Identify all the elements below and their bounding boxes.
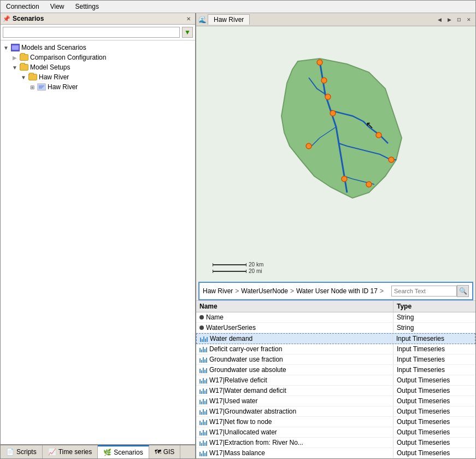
table-row[interactable]: W17|Used waterOutput Timeseries (196, 396, 475, 406)
tree-item-root[interactable]: ▼ Models and Scenarios (1, 43, 195, 53)
search-go-button[interactable]: ▼ (182, 27, 193, 38)
col-name-header: Name (196, 301, 393, 312)
props-cell-name: Water demand (197, 334, 393, 344)
tab-scenarios[interactable]: 🌿 Scenarios (98, 445, 149, 458)
tree-toggle-hawriver-item[interactable]: ⊞ (28, 84, 37, 90)
folder-icon-hawriver (28, 73, 38, 82)
props-header: Name Type (196, 301, 475, 312)
tab-scripts[interactable]: 📄 Scripts (1, 445, 43, 458)
tree-view[interactable]: ▼ Models and Scenarios ▶ Comparison Conf… (1, 40, 195, 444)
scripts-icon: 📄 (6, 448, 14, 456)
root-icon (10, 43, 20, 52)
scale-bar: 20 km 20 mi (213, 262, 263, 274)
svg-point-13 (389, 157, 394, 162)
tree-item-comparison[interactable]: ▶ Comparison Configuration (1, 53, 195, 62)
table-row[interactable]: W17|Groundwater abstractionOutput Timese… (196, 406, 475, 417)
props-cell-name: W17|Extraction from: River No... (196, 438, 393, 448)
pin-icon: 📌 (3, 15, 10, 22)
props-name-label: W17|Used water (209, 397, 257, 405)
chart-icon (200, 335, 208, 342)
table-row[interactable]: Deficit carry-over fractionInput Timeser… (196, 344, 475, 355)
menu-connection[interactable]: Connection (3, 2, 43, 11)
props-cell-name: W17|Net flow to node (196, 417, 393, 427)
menu-settings[interactable]: Settings (72, 2, 102, 11)
table-row[interactable]: Water demandInput Timeseries (196, 333, 475, 344)
tab-gis[interactable]: 🗺 GIS (149, 445, 181, 458)
table-row[interactable]: NameString (196, 312, 475, 323)
props-name-label: W17|Groundwater abstraction (209, 408, 296, 415)
nav-back-button[interactable]: ◀ (435, 15, 444, 24)
chart-icon (199, 377, 207, 384)
tab-scripts-label: Scripts (16, 448, 37, 456)
props-rows-container: NameStringWaterUserSeriesStringWater dem… (196, 312, 475, 458)
table-row[interactable]: WaterUserSeriesString (196, 323, 475, 333)
props-name-label: Groundwater use fraction (209, 356, 283, 363)
table-row[interactable]: W17|Unallocated waterOutput Timeseries (196, 427, 475, 438)
properties-table: Name Type NameStringWaterUserSeriesStrin… (196, 300, 475, 458)
right-title-bar: 🌊 Haw River ◀ ▶ ⊡ ✕ (196, 13, 475, 26)
tree-item-modelsetups[interactable]: ▼ Model Setups (1, 62, 195, 72)
props-cell-name: W17|Groundwater abstraction (196, 406, 393, 416)
props-name-label: Groundwater use absolute (209, 366, 286, 374)
props-type-label: Input Timeseries (393, 334, 475, 344)
table-row[interactable]: Groundwater use fractionInput Timeseries (196, 355, 475, 365)
tab-gis-label: GIS (163, 448, 175, 456)
props-name-label: Water demand (210, 335, 252, 342)
right-tab-label[interactable]: Haw River (208, 14, 250, 25)
main-area: 📌 Scenarios ✕ ▼ ▼ Models and Scenarios (1, 13, 475, 458)
item-icon-hawriver (37, 83, 46, 91)
tree-toggle-root[interactable]: ▼ (2, 45, 10, 51)
panel-close-button[interactable]: ✕ (184, 14, 193, 23)
tree-item-hawriver-folder[interactable]: ▼ Haw River (1, 72, 195, 82)
props-name-label: Deficit carry-over fraction (209, 345, 282, 353)
props-cell-name: W17|Mass balance (196, 448, 393, 458)
tab-timeseries[interactable]: 📈 Time series (43, 445, 98, 458)
breadcrumb-sep-2: > (380, 287, 384, 295)
props-name-label: W17|Mass balance (209, 449, 265, 457)
timeseries-icon: 📈 (48, 448, 56, 456)
props-name-label: W17|Extraction from: River No... (209, 439, 303, 446)
tab-icon: 🌊 (198, 16, 207, 24)
panel-close-right-button[interactable]: ✕ (465, 15, 473, 24)
nav-forward-button[interactable]: ▶ (445, 15, 454, 24)
menu-view[interactable]: View (47, 2, 68, 11)
props-name-label: W17|Water demand deficit (209, 387, 286, 394)
props-type-label: Output Timeseries (393, 438, 475, 448)
table-row[interactable]: W17|Water demand deficitOutput Timeserie… (196, 386, 475, 396)
svg-point-10 (325, 94, 331, 100)
map-area[interactable]: 20 km 20 mi ↖ (196, 26, 475, 282)
table-row[interactable]: W17|Net flow to nodeOutput Timeseries (196, 417, 475, 427)
props-type-label: Input Timeseries (393, 344, 475, 354)
svg-point-9 (321, 78, 327, 83)
breadcrumb-sep-1: > (290, 287, 294, 295)
tree-item-hawriver-item[interactable]: ⊞ Haw River (1, 82, 195, 92)
tree-toggle-hawriver-folder[interactable]: ▼ (19, 74, 28, 80)
panel-float-button[interactable]: ⊡ (455, 15, 463, 24)
table-row[interactable]: W17|Mass balanceOutput Timeseries (196, 448, 475, 458)
dot-icon (199, 315, 204, 319)
props-name-label: WaterUserSeries (206, 324, 256, 332)
tab-timeseries-label: Time series (58, 448, 92, 456)
props-cell-name: Groundwater use absolute (196, 365, 393, 375)
table-row[interactable]: W17|Extraction from: River No...Output T… (196, 438, 475, 448)
tree-toggle-comparison[interactable]: ▶ (10, 55, 19, 61)
table-row[interactable]: Groundwater use absoluteInput Timeseries (196, 365, 475, 375)
table-row[interactable]: W17|Relative deficitOutput Timeseries (196, 375, 475, 386)
breadcrumb-search-input[interactable] (391, 286, 457, 297)
bottom-tabs: 📄 Scripts 📈 Time series 🌿 Scenarios 🗺 GI… (1, 444, 195, 458)
tree-label-root: Models and Scenarios (21, 44, 86, 51)
breadcrumb-part-1: WaterUserNode (241, 287, 288, 295)
svg-point-11 (330, 111, 336, 116)
tree-toggle-modelsetups[interactable]: ▼ (10, 65, 19, 71)
chart-icon (199, 408, 207, 415)
dot-icon (199, 326, 204, 330)
left-search-input[interactable] (3, 27, 180, 38)
chart-icon (199, 356, 207, 363)
breadcrumb-sep-0: > (235, 287, 239, 295)
props-cell-name: Groundwater use fraction (196, 355, 393, 364)
breadcrumb-search-button[interactable]: 🔍 (457, 285, 469, 297)
props-cell-name: W17|Water demand deficit (196, 386, 393, 396)
props-cell-name: W17|Relative deficit (196, 375, 393, 385)
panel-title-bar: 📌 Scenarios ✕ (1, 13, 195, 25)
tab-scenarios-label: Scenarios (114, 449, 143, 456)
